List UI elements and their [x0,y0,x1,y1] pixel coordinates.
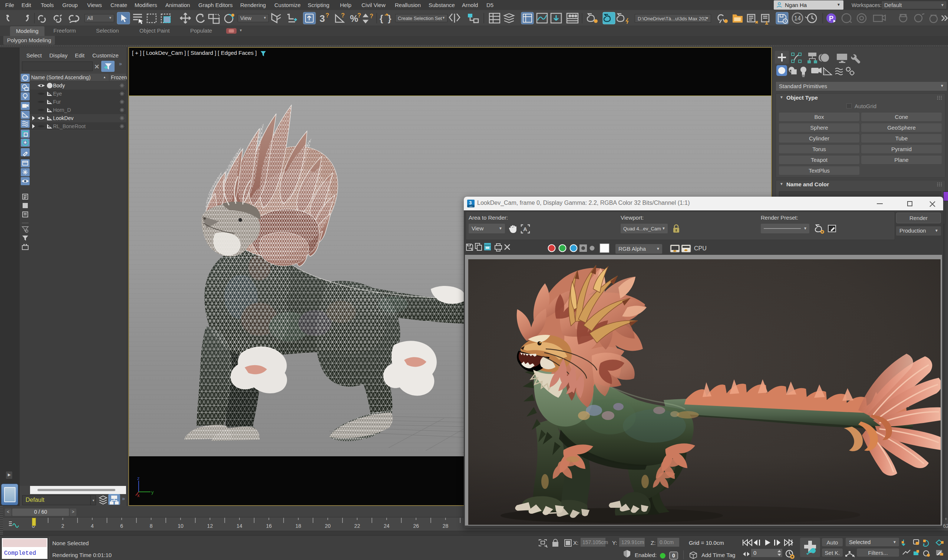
svg-text:4: 4 [91,523,94,529]
svg-text:{: { [380,13,383,23]
svg-text:Horn_D: Horn_D [53,107,71,113]
svg-text:26: 26 [413,523,419,529]
svg-text:y: y [151,489,154,495]
svg-text:Fur: Fur [53,99,61,105]
svg-text:3: 3 [320,13,325,24]
svg-text:62: 62 [943,523,948,529]
svg-text:6: 6 [120,523,123,529]
svg-text:LookDev: LookDev [53,115,73,121]
svg-text:%: % [350,13,358,24]
svg-text:MAX: MAX [469,206,473,208]
svg-text:22: 22 [354,523,360,529]
svg-text:z: z [137,475,140,481]
svg-text:20: 20 [325,523,331,529]
svg-text:}: } [388,13,391,23]
svg-text:Eye: Eye [53,91,62,97]
svg-text:?: ? [357,12,361,18]
svg-text:24: 24 [384,523,390,529]
svg-text:16: 16 [266,523,272,529]
svg-text:RL_BoneRoot: RL_BoneRoot [53,123,86,129]
svg-text:28: 28 [443,523,449,529]
svg-text:18: 18 [295,523,301,529]
svg-text:?: ? [370,13,373,19]
svg-text:P: P [829,15,834,22]
svg-text:14: 14 [794,15,801,22]
svg-text:2: 2 [62,523,65,529]
svg-text:10: 10 [178,523,184,529]
svg-text:14: 14 [236,523,242,529]
svg-text:8: 8 [150,523,153,529]
svg-text:x: x [137,492,140,498]
svg-text:?: ? [341,12,345,18]
svg-text:Body: Body [53,83,65,89]
svg-text:3: 3 [469,200,472,206]
svg-text:?: ? [326,12,329,18]
svg-text:A: A [523,226,527,232]
svg-text:12: 12 [207,523,213,529]
